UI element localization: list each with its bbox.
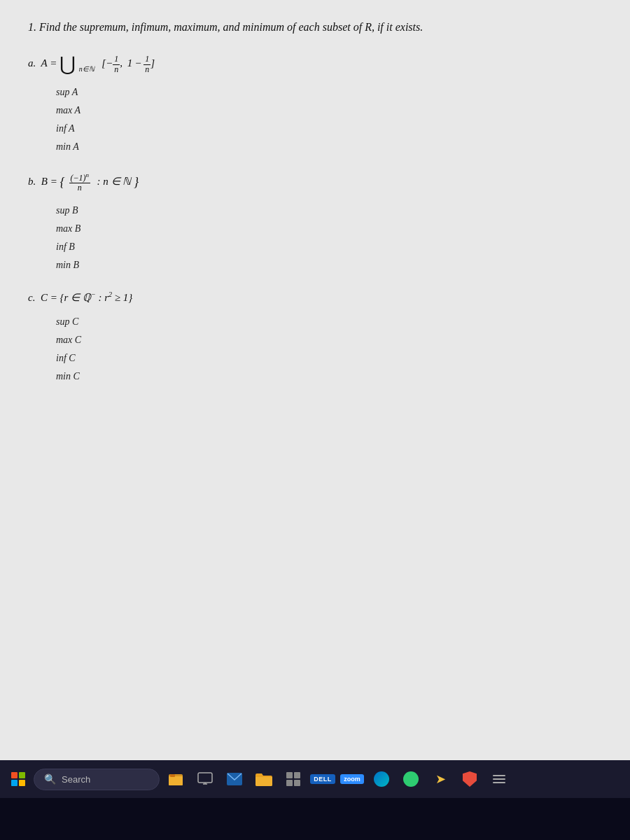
taskbar-folder[interactable] [251, 766, 277, 792]
folder-icon [255, 772, 272, 786]
taskbar: 🔍 Search [0, 760, 630, 798]
svg-rect-2 [170, 774, 175, 777]
menu-lines-icon [490, 772, 508, 786]
taskbar-zoom[interactable]: zoom [339, 766, 365, 792]
grid-app-icon [286, 772, 300, 786]
taskbar-green-app[interactable] [398, 766, 424, 792]
taskbar-yellow-arrow[interactable]: ➤ [427, 766, 454, 792]
red-shield-icon [463, 771, 477, 787]
search-bar[interactable]: 🔍 Search [34, 769, 160, 790]
problem-c-max: max C [28, 335, 602, 346]
union-symbol: ⋃ [59, 53, 76, 75]
bottom-bar [0, 798, 630, 840]
problem-c-inf: inf C [28, 353, 602, 364]
zoom-badge: zoom [340, 774, 364, 784]
taskbar-mail[interactable] [221, 766, 248, 792]
problem-a-letter: a. A = [28, 57, 59, 69]
problem-a-max: max A [28, 105, 602, 116]
search-icon: 🔍 [44, 774, 56, 785]
taskbar-dell[interactable]: DELL [309, 766, 336, 792]
windows-logo [11, 772, 25, 786]
problem-a-sup: sup A [28, 87, 602, 98]
problem-b-sup: sup B [28, 205, 602, 216]
taskbar-monitor[interactable] [192, 766, 218, 792]
union-subscript: n∈ℕ [79, 59, 97, 69]
monitor-icon [197, 771, 213, 787]
problem-b-min: min B [28, 260, 602, 271]
svg-rect-1 [169, 776, 183, 785]
svg-rect-3 [198, 773, 212, 783]
problem-a-formula: [−1n, 1 − 1n] [102, 57, 155, 69]
problem-b-inf: inf B [28, 241, 602, 253]
svg-rect-9 [286, 780, 293, 786]
problem-c-sup: sup C [28, 316, 602, 328]
svg-rect-7 [286, 772, 293, 778]
main-content: 1. Find the supremum, infimum, maximum, … [0, 0, 630, 760]
svg-rect-10 [294, 780, 300, 786]
problem-c-section: c. C = {r ∈ ℚ− : r2 ≥ 1} sup C max C inf… [28, 290, 602, 382]
mail-icon [227, 773, 242, 785]
problem-b-label: b. B = { (−1)n n : n ∈ ℕ } [28, 172, 602, 192]
svg-rect-8 [294, 772, 300, 778]
problem-c-min: min C [28, 371, 602, 382]
question-text: Find the supremum, infimum, maximum, and… [39, 21, 423, 33]
green-circle-icon [403, 771, 419, 787]
problem-a-label: a. A = ⋃ n∈ℕ [−1n, 1 − 1n] [28, 55, 602, 74]
yellow-arrow-icon: ➤ [435, 771, 446, 787]
question-title: 1. Find the supremum, infimum, maximum, … [28, 21, 602, 34]
start-button[interactable] [6, 766, 31, 792]
search-label: Search [62, 774, 90, 785]
problem-a-inf: inf A [28, 123, 602, 134]
taskbar-menu[interactable] [486, 766, 512, 792]
edge-icon [374, 771, 389, 787]
problem-b-max: max B [28, 223, 602, 234]
taskbar-shield[interactable] [456, 766, 483, 792]
taskbar-file-explorer[interactable] [162, 766, 189, 792]
question-number: 1. [28, 21, 36, 33]
taskbar-grid-app[interactable] [280, 766, 307, 792]
taskbar-edge[interactable] [368, 766, 395, 792]
problem-a-min: min A [28, 141, 602, 153]
dell-badge: DELL [310, 774, 335, 784]
problem-b-section: b. B = { (−1)n n : n ∈ ℕ } sup B max B i… [28, 172, 602, 271]
problem-a-section: a. A = ⋃ n∈ℕ [−1n, 1 − 1n] sup A max A i… [28, 55, 602, 153]
problem-c-label: c. C = {r ∈ ℚ− : r2 ≥ 1} [28, 290, 602, 304]
file-explorer-icon [168, 771, 183, 787]
